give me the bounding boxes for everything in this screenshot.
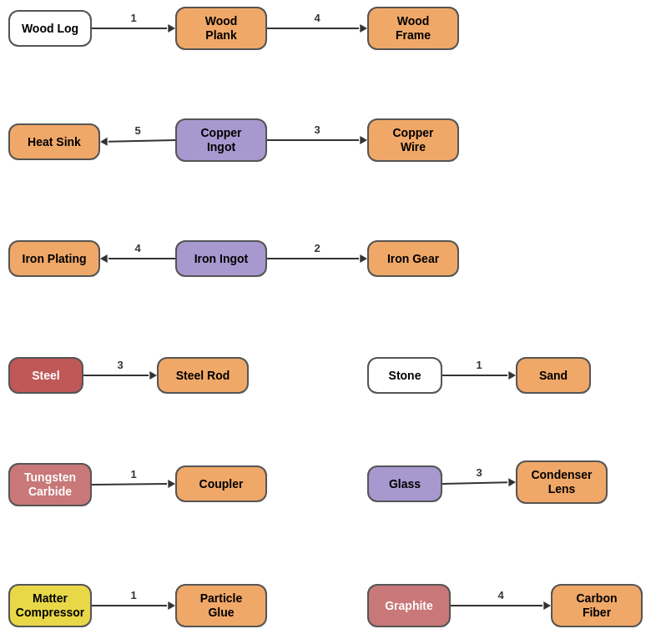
iron-plating: Iron Plating <box>8 240 100 277</box>
carbon-fiber: CarbonFiber <box>551 584 643 627</box>
heat-sink: Heat Sink <box>8 123 100 160</box>
graphite: Graphite <box>367 584 451 627</box>
svg-text:3: 3 <box>476 466 482 479</box>
svg-text:5: 5 <box>134 124 140 137</box>
svg-line-6 <box>108 140 175 142</box>
svg-marker-16 <box>360 254 367 263</box>
coupler: Coupler <box>175 465 267 502</box>
sand: Sand <box>516 357 591 394</box>
iron-ingot: Iron Ingot <box>175 240 267 277</box>
svg-marker-19 <box>149 371 157 380</box>
svg-marker-34 <box>543 601 551 610</box>
svg-marker-13 <box>100 254 108 263</box>
wood-frame: WoodFrame <box>367 7 459 50</box>
copper-wire: CopperWire <box>367 118 459 162</box>
particle-glue: ParticleGlue <box>175 584 267 627</box>
matter-compressor: MatterCompressor <box>8 584 92 627</box>
stone: Stone <box>367 357 442 394</box>
svg-text:1: 1 <box>130 589 136 601</box>
svg-marker-7 <box>100 138 108 146</box>
svg-marker-25 <box>168 480 175 488</box>
svg-text:4: 4 <box>314 12 320 24</box>
svg-text:3: 3 <box>314 123 320 136</box>
wood-log: Wood Log <box>8 10 92 47</box>
wood-plank: WoodPlank <box>175 7 267 50</box>
iron-gear: Iron Gear <box>367 240 459 277</box>
svg-marker-1 <box>168 24 175 33</box>
copper-ingot: CopperIngot <box>175 118 267 162</box>
glass: Glass <box>367 465 442 502</box>
svg-marker-28 <box>508 478 516 486</box>
svg-text:1: 1 <box>130 468 136 480</box>
svg-line-24 <box>92 484 167 485</box>
svg-line-27 <box>442 482 507 484</box>
svg-text:1: 1 <box>130 12 136 24</box>
svg-marker-4 <box>360 24 367 33</box>
svg-marker-22 <box>508 371 516 380</box>
steel-rod: Steel Rod <box>157 357 249 394</box>
arrows-overlay: 145342311314 <box>0 0 661 644</box>
svg-text:4: 4 <box>497 589 504 601</box>
svg-text:2: 2 <box>314 242 320 254</box>
steel: Steel <box>8 357 83 394</box>
svg-text:4: 4 <box>134 242 141 254</box>
svg-marker-10 <box>360 136 367 144</box>
svg-text:3: 3 <box>117 359 123 371</box>
condenser-lens: CondenserLens <box>516 460 608 504</box>
svg-text:1: 1 <box>476 359 482 371</box>
svg-marker-31 <box>168 601 175 610</box>
tungsten-carbide: TungstenCarbide <box>8 463 92 506</box>
